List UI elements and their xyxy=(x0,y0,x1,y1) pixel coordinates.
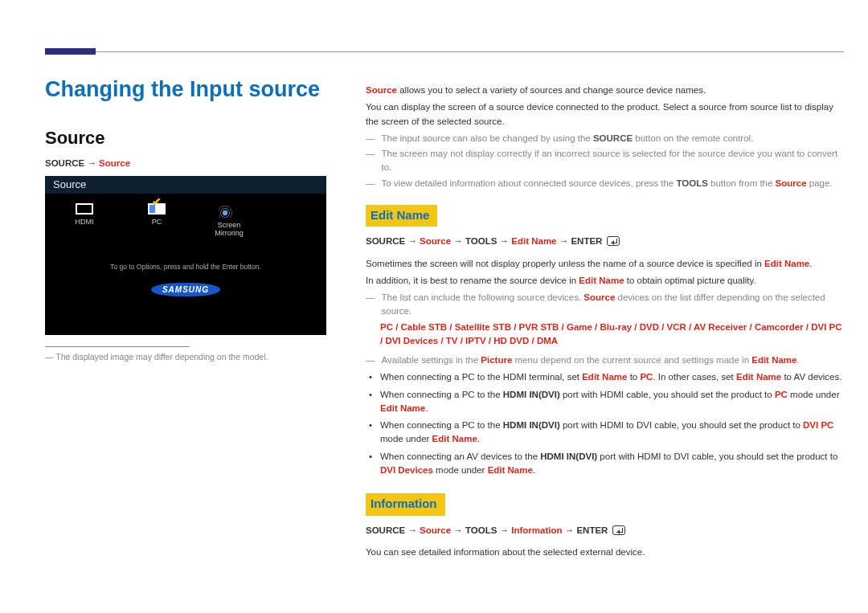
hdmi-port: HDMI IN(DVI) xyxy=(503,390,560,399)
edit-name-word: Edit Name xyxy=(736,372,781,382)
intro-para-2: You can display the screen of a source d… xyxy=(366,100,844,129)
intro-text: allows you to select a variety of source… xyxy=(397,85,706,95)
chapter-title: Changing the Input source xyxy=(45,77,326,102)
nav-path-edit-name: SOURCE → Source → TOOLS → Edit Name → EN… xyxy=(366,235,844,248)
source-page: Source xyxy=(776,178,807,188)
nav-seg: SOURCE → xyxy=(366,525,420,535)
nav-seg: Source xyxy=(420,525,451,535)
nav-seg: → ENTER xyxy=(563,525,611,535)
source-item-mirroring[interactable]: Screen Mirroring xyxy=(204,200,254,237)
samsung-logo: SAMSUNG xyxy=(151,283,220,296)
left-note-text: The displayed image may differ depending… xyxy=(55,352,268,362)
enter-icon xyxy=(612,525,625,535)
tv-hint: To go to Options, press and hold the Ent… xyxy=(45,263,326,271)
bullet-3: When connecting a PC to the HDMI IN(DVI)… xyxy=(380,419,844,447)
source-item-pc[interactable]: ✔ PC xyxy=(132,200,182,226)
pc-word: PC xyxy=(640,372,653,382)
text: to AV devices. xyxy=(781,372,841,382)
section-title: Source xyxy=(45,128,326,149)
text: The list can include the following sourc… xyxy=(382,292,584,302)
tv-osd-mock: Source HDMI ✔ PC Screen Mirroring To go … xyxy=(45,176,326,335)
nav-prefix: SOURCE → xyxy=(45,158,99,168)
nav-seg: → ENTER xyxy=(557,236,605,246)
text: When connecting a PC to the xyxy=(380,420,503,430)
screen-mirroring-icon xyxy=(219,203,240,218)
nav-seg: Edit Name xyxy=(511,236,556,246)
bullet-2: When connecting a PC to the HDMI IN(DVI)… xyxy=(380,388,844,416)
nav-seg: Information xyxy=(511,525,562,535)
information-heading: Information xyxy=(366,493,445,516)
dvi-pc-word: DVI PC xyxy=(803,420,833,430)
tools-button: TOOLS xyxy=(676,178,707,188)
text: When connecting a PC to the HDMI termina… xyxy=(380,372,582,382)
text: . xyxy=(533,465,535,475)
text: mode under xyxy=(433,465,488,475)
pc-word: PC xyxy=(775,390,788,399)
note-text: The screen may not display correctly if … xyxy=(382,147,845,175)
source-label: Screen Mirroring xyxy=(204,221,254,237)
source-word: Source xyxy=(583,292,615,302)
text: In addition, it is best to rename the so… xyxy=(366,276,579,285)
text: . In other cases, set xyxy=(653,372,736,382)
note-text: page. xyxy=(807,178,833,188)
tv-osd-title: Source xyxy=(45,176,326,194)
left-separator xyxy=(45,346,190,347)
text: port with HDMI to DVI cable, you should … xyxy=(597,452,837,461)
note-2: The screen may not display correctly if … xyxy=(366,147,844,175)
edit-name-word: Edit Name xyxy=(582,372,627,382)
text: to xyxy=(627,372,640,382)
source-label: HDMI xyxy=(59,218,109,226)
text: mode under xyxy=(788,390,840,399)
note-3: To view detailed information about conne… xyxy=(366,177,844,190)
header-accent xyxy=(45,48,96,55)
text: . xyxy=(796,355,799,365)
text: When connecting a PC to the xyxy=(380,390,503,399)
note-text: To view detailed information about conne… xyxy=(382,178,677,188)
source-item-hdmi[interactable]: HDMI xyxy=(59,200,109,226)
intro-para-1: Source allows you to select a variety of… xyxy=(366,84,844,97)
text: . xyxy=(477,434,480,443)
nav-path-source: SOURCE → Source xyxy=(45,158,326,168)
edit-name-heading: Edit Name xyxy=(366,205,437,227)
note-1: The input source can also be changed by … xyxy=(366,132,844,145)
header-rule xyxy=(45,51,844,52)
source-button: SOURCE xyxy=(593,133,633,143)
edit-name-word: Edit Name xyxy=(432,434,477,443)
nav-seg: SOURCE → xyxy=(366,236,420,246)
text: menu depend on the current source and se… xyxy=(512,355,751,365)
edit-name-word: Edit Name xyxy=(488,465,533,475)
bullet-1: When connecting a PC to the HDMI termina… xyxy=(380,370,844,384)
left-note: ― The displayed image may differ dependi… xyxy=(45,352,326,362)
text: . xyxy=(425,403,428,413)
right-column: Source allows you to select a variety of… xyxy=(366,80,844,562)
nav-seg: → TOOLS → xyxy=(451,525,511,535)
note-text: button on the remote control. xyxy=(633,133,753,143)
tv-logo: SAMSUNG xyxy=(45,283,326,296)
enter-icon xyxy=(607,236,620,246)
text: port with HDMI cable, you should set the… xyxy=(560,390,775,399)
bullet-4: When connecting an AV devices to the HDM… xyxy=(380,450,844,478)
edit-name-word: Edit Name xyxy=(764,259,809,268)
edit-name-word: Edit Name xyxy=(380,403,425,413)
edit-note-2: Available settings in the Picture menu d… xyxy=(366,353,844,367)
hdmi-port: HDMI IN(DVI) xyxy=(503,420,560,430)
device-list: PC / Cable STB / Satellite STB / PVR STB… xyxy=(366,321,844,349)
tv-source-row: HDMI ✔ PC Screen Mirroring xyxy=(45,194,326,237)
text: port with HDMI to DVI cable, you should … xyxy=(560,420,803,430)
nav-link: Source xyxy=(99,158,130,168)
picture-word: Picture xyxy=(481,355,512,365)
text: Available settings in the xyxy=(382,355,481,365)
text: When connecting an AV devices to the xyxy=(380,452,540,461)
edit-p1: Sometimes the screen will not display pr… xyxy=(366,257,844,271)
bullet-list: When connecting a PC to the HDMI termina… xyxy=(366,370,844,477)
note-text: button from the xyxy=(708,178,776,188)
edit-name-word: Edit Name xyxy=(579,276,624,285)
source-label: PC xyxy=(132,218,182,226)
hdmi-port: HDMI IN(DVI) xyxy=(540,452,597,461)
edit-note-1: The list can include the following sourc… xyxy=(366,291,844,319)
text: mode under xyxy=(380,434,432,443)
dvi-devices-word: DVI Devices xyxy=(380,465,433,475)
edit-name-word: Edit Name xyxy=(751,355,796,365)
check-icon: ✔ xyxy=(152,195,162,208)
left-column: Changing the Input source Source SOURCE … xyxy=(45,77,326,362)
